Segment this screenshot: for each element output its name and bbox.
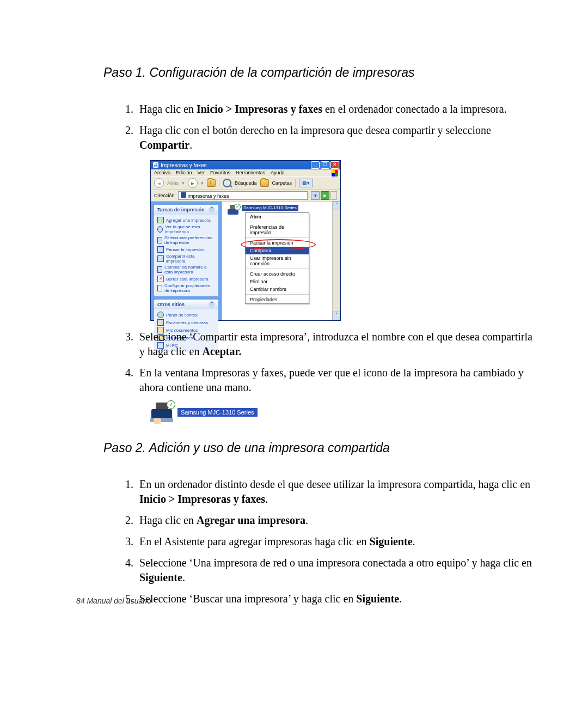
ctx-pause[interactable]: Pausar la impresión: [246, 239, 309, 247]
properties-icon: [157, 285, 162, 291]
task-view-queue[interactable]: Ver lo que se está imprimiendo: [157, 224, 215, 235]
s2-step3: En el Asistente para agregar impresoras …: [136, 534, 534, 549]
section2-steps: En un ordenador distinto desde el que de…: [136, 477, 534, 606]
shared-printer-label: Samsung MJC-1310 Series: [177, 408, 258, 417]
back-label[interactable]: Atrás: [167, 180, 179, 186]
printer-icon: 🖨: [153, 162, 158, 168]
link-controlpanel[interactable]: Panel de control: [157, 311, 215, 319]
task-add-printer[interactable]: Agregar una impresora: [157, 216, 215, 224]
s2-step1: En un ordenador distinto desde el que de…: [136, 477, 534, 507]
search-label[interactable]: Búsqueda: [235, 180, 257, 186]
addr-label: Dirección: [154, 193, 175, 198]
shared-printer-figure: ✓ Samsung MJC-1310 Series: [150, 403, 534, 422]
close-button[interactable]: ✕: [330, 161, 339, 169]
forward-icon[interactable]: ►: [188, 178, 198, 188]
window-titlebar: 🖨 Impresoras y faxes _ ☐ ✕: [151, 161, 340, 169]
side-other-header[interactable]: Otros sitios ˄: [154, 300, 218, 309]
preferences-icon: [157, 237, 162, 243]
s2-step4: Seleccione ‘Una impresora de red o una i…: [136, 556, 534, 585]
section1-steps-cont: Seleccione ‘Compartir esta impresora’, i…: [136, 330, 534, 395]
camera-icon: [157, 319, 164, 326]
maximize-button[interactable]: ☐: [321, 161, 329, 169]
control-panel-icon: [157, 312, 164, 318]
s2-step5: Seleccione ‘Buscar una impresora’ y haga…: [136, 592, 534, 606]
task-delete[interactable]: ✕Borrar esta impresora: [157, 275, 215, 283]
ctx-preferences[interactable]: Preferencias de impresión...: [246, 223, 309, 236]
add-icon: [157, 217, 164, 223]
menu-edit[interactable]: Edición: [176, 170, 192, 175]
section1-title: Paso 1. Configuración de la compartición…: [103, 65, 534, 80]
context-menu: Abrir Preferencias de impresión... Pausa…: [245, 212, 309, 304]
scrollbar[interactable]: ˄ ˅: [332, 202, 340, 320]
s1-step1: Haga clic en Inicio > Impresoras y faxes…: [136, 102, 534, 117]
ctx-properties[interactable]: Propiedades: [246, 296, 309, 303]
task-rename[interactable]: Cambiar de nombre a esta impresora: [157, 264, 215, 275]
task-preferences[interactable]: Seleccionar preferencias de impresión: [157, 235, 215, 246]
window-menubar: Archivo Edición Ver Favoritos Herramient…: [151, 169, 340, 176]
chevron-up-icon: ˄: [209, 206, 215, 213]
minimize-button[interactable]: _: [311, 161, 320, 169]
menu-tools[interactable]: Herramientas: [236, 170, 265, 175]
up-folder-icon[interactable]: ↑: [207, 179, 216, 187]
ctx-delete[interactable]: Eliminar: [246, 278, 309, 285]
menu-help[interactable]: Ayuda: [271, 170, 284, 175]
printer-shared-icon: ✓: [150, 403, 173, 422]
scroll-down-icon[interactable]: ˅: [333, 312, 340, 320]
side-tasks-header[interactable]: Tareas de impresión ˄: [154, 205, 218, 215]
printers-window-figure: 🖨 Impresoras y faxes _ ☐ ✕ Archivo Edici…: [150, 160, 534, 321]
delete-icon: ✕: [157, 276, 164, 282]
page-footer: 84 Manual del usuario: [76, 596, 151, 605]
folders-icon[interactable]: [260, 179, 269, 187]
content-area: ˄ ˅ ✓ Samsung MJC-1310 Series Abrir Pref…: [222, 202, 340, 320]
side-panel: Tareas de impresión ˄ Agregar una impres…: [151, 202, 222, 320]
hand-icon: [154, 418, 161, 424]
addr-dropdown-icon[interactable]: ▾: [311, 191, 320, 200]
addr-input[interactable]: Impresoras y faxes: [178, 191, 308, 200]
go-label-box: [330, 191, 337, 200]
rename-icon: [157, 266, 162, 273]
toolbar: ◄ Atrás ▾ ► ▾ ↑ Búsqueda Carpetas ▦▾: [151, 176, 340, 190]
section1-steps: Haga clic en Inicio > Impresoras y faxes…: [136, 102, 534, 153]
s1-step4: En la ventana Impresoras y faxes, puede …: [136, 365, 534, 395]
views-button[interactable]: ▦▾: [299, 179, 313, 187]
windows-logo-icon: [332, 170, 338, 176]
scroll-up-icon[interactable]: ˄: [333, 202, 340, 210]
s1-step2: Haga clic con el botón derecho en la imp…: [136, 123, 534, 153]
ctx-shortcut[interactable]: Crear acceso directo: [246, 270, 309, 278]
address-bar: Dirección Impresoras y faxes ▾ ►: [151, 190, 340, 202]
chevron-up-icon: ˄: [209, 301, 215, 308]
search-icon[interactable]: [223, 179, 231, 187]
section2-title: Paso 2. Adición y uso de una impresora c…: [103, 441, 534, 455]
ctx-share[interactable]: Compartir...: [246, 247, 309, 254]
s2-step2: Haga clic en Agregar una impresora.: [136, 513, 534, 528]
share-icon: [157, 255, 164, 262]
task-properties[interactable]: Configurar propiedades de impresora: [157, 283, 215, 294]
menu-view[interactable]: Ver: [198, 170, 205, 175]
ctx-rename[interactable]: Cambiar nombre: [246, 285, 309, 293]
task-share[interactable]: Compartir esta impresora: [157, 253, 215, 264]
window-title: Impresoras y faxes: [161, 162, 206, 168]
back-icon[interactable]: ◄: [154, 178, 164, 188]
printer-icon: ✓: [226, 205, 240, 215]
printer-label: Samsung MJC-1310 Series: [242, 205, 298, 211]
xp-window: 🖨 Impresoras y faxes _ ☐ ✕ Archivo Edici…: [150, 160, 341, 321]
menu-fav[interactable]: Favoritos: [210, 170, 230, 175]
folders-label[interactable]: Carpetas: [272, 180, 292, 186]
eye-icon: [157, 226, 163, 233]
ctx-offline[interactable]: Usar impresora sin conexión: [246, 254, 309, 267]
s1-step3: Seleccione ‘Compartir esta impresora’, i…: [136, 330, 534, 359]
menu-file[interactable]: Archivo: [154, 170, 170, 175]
go-button[interactable]: ►: [321, 191, 329, 200]
task-pause[interactable]: Pausar la impresión: [157, 246, 215, 253]
ctx-open[interactable]: Abrir: [246, 213, 309, 221]
pause-icon: [157, 246, 164, 253]
link-scanners[interactable]: Escáneres y cámaras: [157, 319, 215, 326]
